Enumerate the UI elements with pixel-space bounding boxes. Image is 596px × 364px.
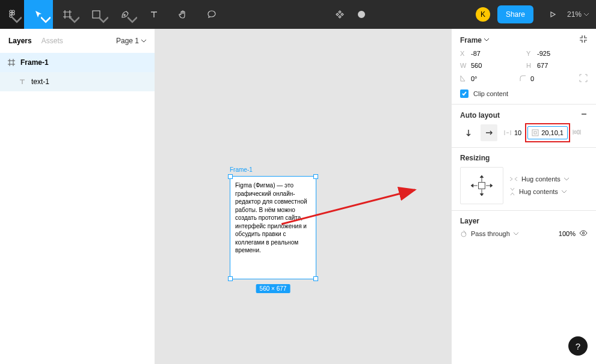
padding-input[interactable]: 20,10,1 — [527, 126, 568, 139]
x-input[interactable]: X-87 — [460, 50, 521, 57]
layer-frame-1[interactable]: Frame-1 — [0, 53, 155, 72]
clip-content-checkbox[interactable] — [460, 89, 469, 98]
frame-tool[interactable] — [53, 0, 82, 29]
svg-rect-10 — [479, 183, 485, 189]
direction-vertical[interactable] — [460, 124, 477, 141]
resizing-diagram[interactable] — [460, 167, 503, 204]
height-input[interactable]: H677 — [526, 62, 588, 69]
svg-point-12 — [582, 232, 584, 234]
vertical-resizing[interactable]: Hug contents — [509, 187, 588, 196]
resize-handle-br[interactable] — [313, 276, 318, 281]
comment-tool[interactable] — [197, 0, 226, 29]
resize-handle-bl[interactable] — [228, 276, 233, 281]
remove-autolayout-button[interactable] — [580, 111, 588, 120]
pen-tool[interactable] — [111, 0, 140, 29]
page-selector[interactable]: Page 1 — [116, 37, 146, 45]
zoom-selector[interactable]: 21% — [567, 10, 589, 19]
text-tool[interactable] — [140, 0, 168, 29]
clip-content-label: Clip content — [473, 90, 508, 97]
spacing-input[interactable]: 10 — [501, 129, 524, 136]
frame-text-content: Figma (Фигма) — это графический онлайн-р… — [235, 181, 311, 255]
avatar[interactable]: K — [476, 7, 490, 22]
frame-title-label[interactable]: Frame-1 — [230, 166, 253, 173]
right-panel: Frame X-87 Y-925 W560 H677 0° — [451, 29, 596, 364]
component-tool[interactable] — [329, 0, 351, 29]
frame-type-selector[interactable]: Frame — [460, 36, 489, 44]
frame-icon — [7, 58, 16, 67]
present-button[interactable] — [543, 10, 562, 19]
tab-assets[interactable]: Assets — [41, 37, 63, 45]
svg-point-6 — [124, 14, 125, 16]
svg-rect-8 — [532, 130, 538, 136]
horizontal-resizing[interactable]: Hug contents — [509, 175, 588, 183]
resize-to-fit-icon[interactable] — [579, 35, 588, 45]
independent-corners-icon[interactable] — [579, 74, 588, 83]
width-input[interactable]: W560 — [460, 62, 521, 69]
resize-handle-tr[interactable] — [313, 174, 318, 179]
opacity-input[interactable]: 100% — [559, 230, 576, 237]
layer-section-title: Layer — [460, 217, 479, 225]
share-button[interactable]: Share — [497, 5, 533, 23]
resizing-title: Resizing — [460, 154, 490, 162]
svg-rect-9 — [534, 132, 536, 134]
left-panel: Layers Assets Page 1 Frame-1 text-1 — [0, 29, 155, 364]
figma-menu[interactable] — [0, 0, 24, 29]
alignment-options-icon[interactable] — [573, 129, 581, 137]
dimension-badge: 560 × 677 — [256, 284, 290, 293]
shape-tool[interactable] — [82, 0, 111, 29]
zoom-value: 21% — [567, 10, 582, 19]
layer-label: Frame-1 — [20, 58, 49, 67]
rotation-input[interactable]: 0° — [460, 75, 515, 83]
svg-rect-1 — [12, 10, 14, 13]
direction-horizontal[interactable] — [481, 124, 497, 141]
radius-icon — [520, 75, 527, 83]
autolayout-title: Auto layout — [460, 111, 500, 120]
hand-tool[interactable] — [168, 0, 197, 29]
resize-handle-tl[interactable] — [228, 174, 233, 179]
blend-mode-selector[interactable]: Pass through — [460, 230, 518, 237]
svg-rect-3 — [12, 13, 14, 15]
radius-input[interactable]: 0 — [520, 75, 574, 83]
help-button[interactable]: ? — [568, 336, 588, 356]
layer-text-1[interactable]: text-1 — [0, 72, 155, 91]
visibility-icon[interactable] — [579, 230, 588, 237]
move-tool[interactable] — [24, 0, 53, 29]
tab-layers[interactable]: Layers — [8, 37, 32, 45]
y-input[interactable]: Y-925 — [526, 50, 588, 57]
canvas[interactable]: Frame-1 Figma (Фигма) — это графический … — [155, 29, 451, 364]
layer-label: text-1 — [31, 77, 49, 86]
frame-selection[interactable]: Figma (Фигма) — это графический онлайн-р… — [230, 176, 316, 279]
svg-rect-0 — [10, 10, 12, 13]
mask-tool[interactable] — [351, 0, 372, 29]
text-icon — [18, 77, 26, 86]
angle-icon — [460, 75, 467, 83]
